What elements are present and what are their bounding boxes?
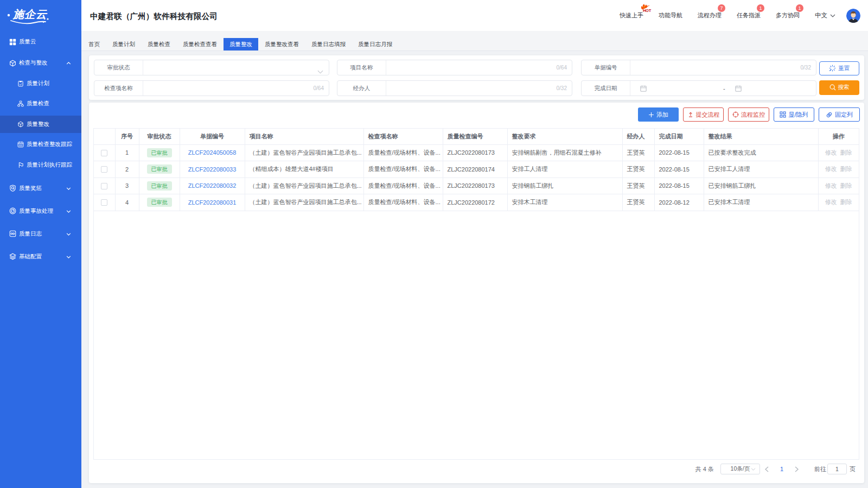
svg-text:施企云: 施企云 xyxy=(12,8,48,20)
svg-text:HOT: HOT xyxy=(643,8,652,12)
